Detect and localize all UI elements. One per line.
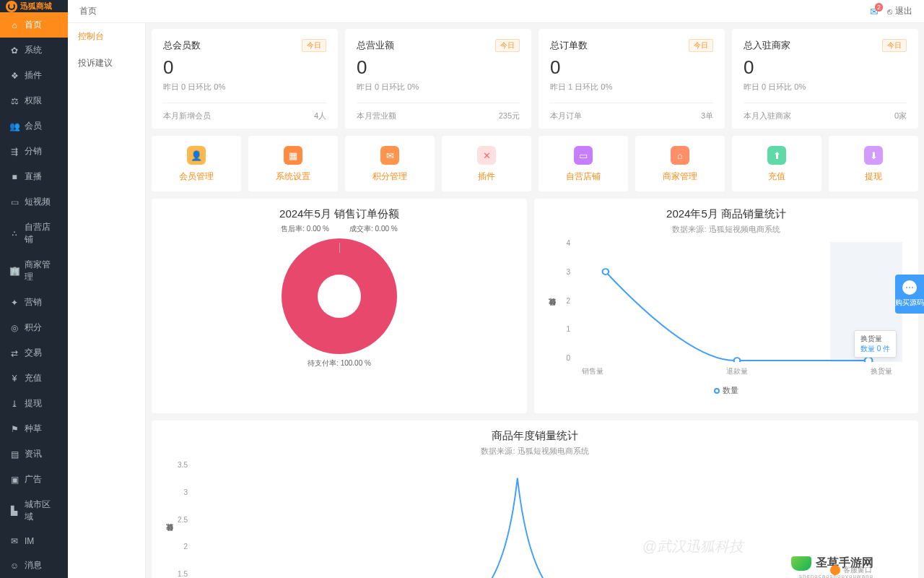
settings-icon: ▦ (284, 146, 302, 165)
tile-recharge[interactable]: ⬆充值 (732, 136, 821, 191)
sidebar-item-shortvideo[interactable]: ▭短视频 (0, 189, 68, 215)
sidebar-item-member[interactable]: 👥会员 (0, 113, 68, 139)
sidebar-item-merchant[interactable]: 🏢商家管理 (0, 252, 68, 290)
panel-annual: 商品年度销量统计 数据来源: 迅狐短视频电商系统 统计数量 3.532.521.… (152, 420, 918, 578)
stat-row: 总会员数今日 0 昨日 0 日环比 0% 本月新增会员4人 总营业额今日 0 昨… (152, 29, 918, 129)
logo-text: 迅狐商城 (20, 1, 52, 12)
stat-foot-label: 本月营业额 (357, 111, 396, 121)
notification-badge: 2 (875, 3, 883, 12)
stat-sub: 昨日 0 日环比 0% (163, 82, 326, 92)
tile-selfshop[interactable]: ▭自营店铺 (539, 136, 628, 191)
stat-title: 总营业额 (357, 39, 394, 52)
logout-icon: ⎋ (887, 7, 892, 17)
quick-tiles: 👤会员管理 ▦系统设置 ✉积分管理 ✕插件 ▭自营店铺 ⌂商家管理 ⬆充值 ⬇提… (152, 136, 918, 191)
tile-system-settings[interactable]: ▦系统设置 (248, 136, 338, 191)
tag-today: 今日 (689, 39, 713, 52)
tile-label: 充值 (732, 171, 821, 183)
annual-source: 数据来源: 迅狐短视频电商系统 (163, 446, 907, 457)
tile-merchant-mgmt[interactable]: ⌂商家管理 (635, 136, 725, 191)
gear-icon: ✿ (10, 46, 19, 55)
sidebar-item-points[interactable]: ◎积分 (0, 315, 68, 340)
sidebar-item-withdraw[interactable]: ⤓提现 (0, 391, 68, 416)
panel-donut: 2024年5月 销售订单份额 售后率: 0.00 % 成交率: 0.00 % 待… (152, 199, 527, 413)
breadcrumb-home[interactable]: 首页 (79, 5, 97, 17)
sidebar-item-marketing[interactable]: ✦营销 (0, 290, 68, 315)
sidebar-item-label: 交易 (25, 347, 42, 359)
sidebar-item-ads[interactable]: ▣广告 (0, 467, 68, 492)
sidebar-item-recharge[interactable]: ¥充值 (0, 366, 68, 391)
sidebar-item-system[interactable]: ✿系统 (0, 38, 68, 63)
tag-today: 今日 (302, 39, 326, 52)
sidebar-item-label: 积分 (25, 322, 42, 334)
donut-label-pending: 待支付率: 100.00 % (163, 358, 515, 368)
sidebar-item-home[interactable]: ⌂首页 (0, 12, 68, 38)
sidebar-item-trade[interactable]: ⇄交易 (0, 340, 68, 366)
legend-marker-icon (714, 388, 720, 394)
balance-icon: ⚖ (10, 97, 19, 105)
nav-list: ⌂首页 ✿系统 ❖插件 ⚖权限 👥会员 ⇶分销 ■直播 ▭短视频 ⛬自营店铺 🏢… (0, 12, 68, 578)
tile-plugin[interactable]: ✕插件 (442, 136, 531, 191)
video-icon: ■ (10, 173, 19, 181)
exchange-icon: ⇄ (10, 349, 19, 358)
stat-foot-value: 3单 (701, 111, 713, 121)
tile-member-mgmt[interactable]: 👤会员管理 (152, 136, 241, 191)
x-cat: 退款量 (726, 366, 748, 376)
sidebar-item-grass[interactable]: ⚑种草 (0, 416, 68, 441)
sidebar-item-city[interactable]: ▙城市区域 (0, 492, 68, 530)
tile-label: 插件 (442, 171, 531, 183)
tile-label: 会员管理 (152, 171, 241, 183)
topbar: 首页 ✉2 ⎋退出 (68, 0, 924, 23)
tile-label: 系统设置 (248, 171, 338, 183)
coin-icon: ◎ (10, 324, 19, 332)
workspace: 总会员数今日 0 昨日 0 日环比 0% 本月新增会员4人 总营业额今日 0 昨… (146, 23, 924, 578)
chart-legend: 数量 (546, 385, 907, 396)
notification-icon[interactable]: ✉2 (870, 6, 879, 17)
sidebar-item-plugin[interactable]: ❖插件 (0, 63, 68, 88)
stat-foot-label: 本月入驻商家 (744, 111, 791, 121)
float-buy-source-button[interactable]: 购买源码 (895, 275, 924, 314)
tile-label: 积分管理 (345, 171, 435, 183)
tile-points-mgmt[interactable]: ✉积分管理 (345, 136, 435, 191)
sidebar-item-distribution[interactable]: ⇶分销 (0, 139, 68, 164)
line-svg (575, 242, 899, 362)
kefu-widget[interactable]: 客服窗口 (830, 565, 872, 575)
stat-title: 总订单数 (550, 39, 588, 52)
sidebar-item-label: 系统 (25, 44, 42, 56)
logout-button[interactable]: ⎋退出 (887, 5, 912, 17)
sidebar-item-permission[interactable]: ⚖权限 (0, 88, 68, 113)
points-icon: ✉ (380, 146, 399, 165)
yen-icon: ¥ (10, 374, 19, 383)
recharge-icon: ⬆ (767, 146, 786, 165)
sidebar-item-message[interactable]: ☺消息 (0, 553, 68, 578)
tile-label: 商家管理 (635, 171, 725, 183)
bell-icon: ☺ (10, 561, 19, 570)
sidebar-item-im[interactable]: ✉IM (0, 530, 68, 553)
linechart-title: 2024年5月 商品销量统计 (546, 207, 907, 221)
tooltip-series: 数量 (860, 345, 875, 353)
stat-sub: 昨日 0 日环比 0% (744, 82, 907, 92)
shop-icon: ⛬ (10, 229, 19, 238)
donut-label-afterrate: 售后率: 0.00 % (281, 224, 329, 234)
donut-label-dealrate: 成交率: 0.00 % (349, 224, 398, 234)
stat-foot-label: 本月新增会员 (163, 111, 211, 121)
building-icon: 🏢 (10, 267, 19, 275)
stat-sub: 昨日 1 日环比 0% (550, 82, 713, 92)
linechart-area: 统计数量 43210 销售量 (546, 239, 907, 384)
home-icon: ⌂ (10, 21, 19, 30)
sidebar-item-label: 直播 (25, 171, 42, 183)
sidebar-item-label: 资讯 (25, 448, 42, 460)
subnav-console[interactable]: 控制台 (68, 23, 145, 50)
tile-withdraw[interactable]: ⬇提现 (829, 136, 918, 191)
sidebar-item-label: 营销 (25, 296, 42, 309)
sidebar-item-label: 广告 (25, 473, 42, 486)
tag-today: 今日 (882, 39, 907, 52)
sidebar-item-live[interactable]: ■直播 (0, 164, 68, 189)
stat-foot-value: 235元 (499, 111, 520, 121)
film-icon: ▭ (10, 198, 19, 207)
logo: 迅狐商城 (0, 0, 68, 12)
image-icon: ▣ (10, 475, 19, 484)
sidebar-item-selfshop[interactable]: ⛬自营店铺 (0, 215, 68, 252)
chart-tooltip: 换货量 数量 0 件 (854, 330, 897, 358)
subnav-complaint[interactable]: 投诉建议 (68, 50, 145, 77)
sidebar-item-news[interactable]: ▤资讯 (0, 441, 68, 467)
